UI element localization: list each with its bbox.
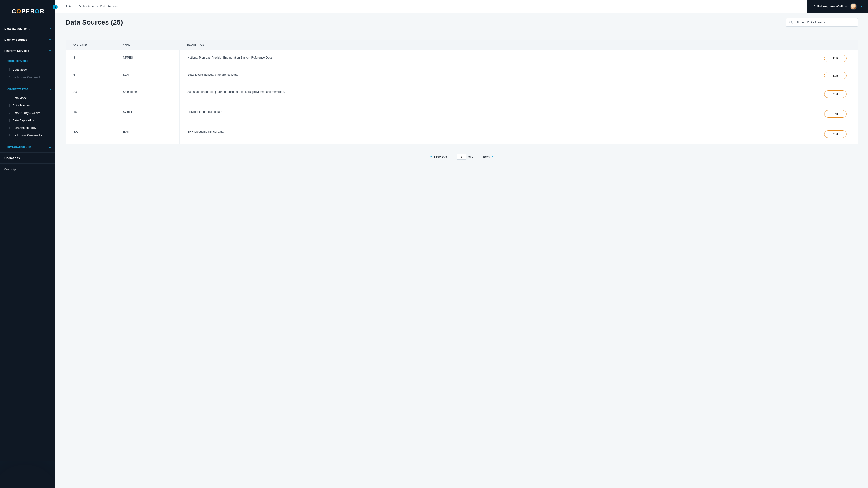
cell-system-id: 300 [66, 124, 115, 144]
chevron-right-icon [492, 156, 493, 158]
svg-point-0 [789, 21, 792, 23]
nav-header-label: Display Settings [4, 38, 27, 41]
sidebar-item-label: Data Replication [12, 119, 34, 122]
grid-icon [8, 97, 10, 99]
sidebar-item-label: Data Quality & Audits [12, 111, 40, 115]
cell-description: State Licensing Board Reference Data. [180, 67, 813, 84]
sidebar-item-orch-lookups[interactable]: Lookups & Crosswalks [0, 131, 55, 139]
breadcrumb-setup[interactable]: Setup [66, 5, 73, 8]
previous-page-button[interactable]: Previous [430, 155, 447, 158]
previous-label: Previous [434, 155, 447, 158]
edit-button[interactable]: Edit [824, 55, 846, 62]
svg-line-1 [792, 23, 792, 24]
nav-subheader-orchestrator[interactable]: ORCHESTRATOR - [0, 83, 55, 94]
chevron-down-icon: ▼ [860, 5, 863, 8]
avatar [850, 3, 857, 10]
nav-header-label: Security [4, 167, 16, 171]
sidebar: COPEROR Data Management - Display Settin… [0, 0, 55, 488]
cell-name: Epic [115, 124, 180, 144]
table-row: 23 Salesforce Sales and onboarding data … [66, 84, 858, 104]
col-name: NAME [115, 40, 180, 50]
nav-group-display-settings: Display Settings + [0, 34, 55, 45]
edit-button[interactable]: Edit [824, 110, 846, 118]
content: SYSTEM ID NAME DESCRIPTION 3 NPPES Natio… [55, 32, 868, 488]
sidebar-item-label: Data Model [12, 68, 27, 71]
nav-subheader-label: INTEGRATION HUB [7, 146, 31, 149]
search-icon [789, 21, 793, 24]
expand-icon: + [49, 167, 51, 171]
table-row: 46 Symplr Provider credentialing data. E… [66, 104, 858, 124]
nav-subheader-core-services[interactable]: CORE SERVICES - [0, 56, 55, 66]
cell-name: Symplr [115, 104, 180, 124]
sidebar-item-label: Lookups & Crosswalks [12, 75, 42, 79]
breadcrumb: Setup / Orchestrator / Data Sources [55, 0, 807, 13]
table-row: 6 SLN State Licensing Board Reference Da… [66, 67, 858, 84]
nav-group-security: Security + [0, 163, 55, 174]
cell-name: NPPES [115, 50, 180, 67]
breadcrumb-separator: / [75, 5, 76, 8]
col-system-id: SYSTEM ID [66, 40, 115, 50]
grid-icon [8, 111, 10, 114]
grid-icon [8, 68, 10, 71]
sidebar-item-core-lookups[interactable]: Lookups & Crosswalks [0, 73, 55, 81]
nav-header-data-management[interactable]: Data Management - [0, 23, 55, 34]
cell-system-id: 23 [66, 84, 115, 104]
nav-header-label: Operations [4, 156, 20, 160]
nav-subheader-integration-hub[interactable]: INTEGRATION HUB + [0, 141, 55, 152]
cell-description: National Plan and Provider Enumeration S… [180, 50, 813, 67]
sidebar-item-orch-data-quality[interactable]: Data Quality & Audits [0, 109, 55, 117]
nav-group-operations: Operations + [0, 152, 55, 163]
sidebar-item-orch-data-replication[interactable]: Data Replication [0, 117, 55, 124]
edit-button[interactable]: Edit [824, 130, 846, 138]
nav-header-label: Data Management [4, 27, 29, 30]
breadcrumb-data-sources[interactable]: Data Sources [100, 5, 118, 8]
sidebar-item-orch-data-model[interactable]: Data Model [0, 94, 55, 102]
grid-icon [8, 104, 10, 107]
sidebar-item-core-data-model[interactable]: Data Model [0, 66, 55, 73]
cell-system-id: 46 [66, 104, 115, 124]
nav-subheader-label: ORCHESTRATOR [7, 88, 29, 91]
edit-button[interactable]: Edit [824, 72, 846, 79]
sidebar-item-orch-data-searchability[interactable]: Data Searchability [0, 124, 55, 131]
main: Setup / Orchestrator / Data Sources Juli… [55, 0, 868, 488]
nav-header-platform-services[interactable]: Platform Services + [0, 45, 55, 56]
pagination: Previous of 3 Next [66, 144, 858, 164]
expand-icon: + [49, 156, 51, 160]
sidebar-item-label: Data Sources [12, 104, 30, 107]
next-page-button[interactable]: Next [483, 155, 493, 158]
cell-actions: Edit [813, 50, 858, 67]
chevron-left-icon [54, 6, 56, 8]
collapse-icon: - [50, 27, 51, 30]
cell-actions: Edit [813, 124, 858, 144]
cell-system-id: 3 [66, 50, 115, 67]
user-menu[interactable]: Julia Longname-Collins ▼ [807, 0, 868, 13]
cell-actions: Edit [813, 84, 858, 104]
cell-description: Sales and onboarding data for accounts, … [180, 84, 813, 104]
table-header: SYSTEM ID NAME DESCRIPTION [66, 40, 858, 50]
expand-icon: + [49, 38, 51, 41]
cell-actions: Edit [813, 67, 858, 84]
nav-header-operations[interactable]: Operations + [0, 153, 55, 163]
user-display-name: Julia Longname-Collins [814, 5, 847, 8]
collapse-sidebar-button[interactable] [53, 4, 58, 9]
expand-icon: + [49, 145, 51, 149]
page-input[interactable] [457, 154, 466, 160]
grid-icon [8, 76, 10, 78]
cell-name: SLN [115, 67, 180, 84]
sidebar-item-label: Data Model [12, 96, 27, 100]
collapse-icon: - [50, 88, 51, 91]
expand-icon: + [49, 49, 51, 53]
grid-icon [8, 127, 10, 129]
nav-header-label: Platform Services [4, 49, 29, 53]
sidebar-item-orch-data-sources[interactable]: Data Sources [0, 102, 55, 109]
page-of-label: of 3 [468, 155, 473, 158]
nav-header-security[interactable]: Security + [0, 164, 55, 174]
nav-header-display-settings[interactable]: Display Settings + [0, 34, 55, 45]
edit-button[interactable]: Edit [824, 90, 846, 98]
topbar: Setup / Orchestrator / Data Sources Juli… [55, 0, 868, 13]
search-input[interactable] [797, 21, 855, 24]
breadcrumb-orchestrator[interactable]: Orchestrator [79, 5, 95, 8]
chevron-left-icon [430, 156, 432, 158]
search-box[interactable] [786, 18, 858, 27]
cell-name: Salesforce [115, 84, 180, 104]
